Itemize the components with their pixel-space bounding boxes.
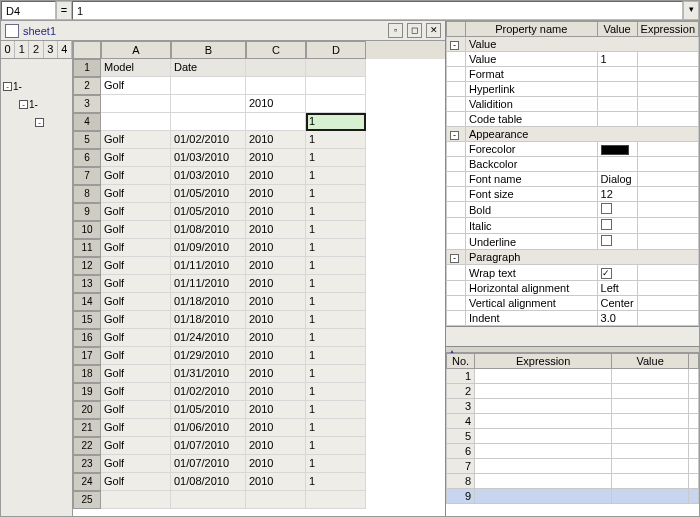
row-header[interactable]: 12: [73, 257, 101, 275]
cell[interactable]: Model: [101, 59, 171, 77]
cell[interactable]: 2010: [246, 167, 306, 185]
cell[interactable]: 1: [306, 383, 366, 401]
cell[interactable]: 1: [306, 329, 366, 347]
cell[interactable]: Golf: [101, 275, 171, 293]
row-header[interactable]: 21: [73, 419, 101, 437]
row-header[interactable]: 13: [73, 275, 101, 293]
cell[interactable]: 2010: [246, 383, 306, 401]
cell[interactable]: [171, 491, 246, 509]
cell[interactable]: 2010: [246, 473, 306, 491]
cell[interactable]: 1: [306, 455, 366, 473]
cell[interactable]: 01/08/2010: [171, 221, 246, 239]
prop-fontsize[interactable]: 12: [597, 187, 637, 202]
cell[interactable]: [171, 113, 246, 131]
expr-cell[interactable]: [475, 444, 612, 459]
cell[interactable]: [101, 95, 171, 113]
row-header[interactable]: 17: [73, 347, 101, 365]
outline-header[interactable]: 01234: [1, 41, 72, 59]
maximize-icon[interactable]: ◻: [407, 23, 422, 38]
cell[interactable]: 1: [306, 221, 366, 239]
cell[interactable]: Golf: [101, 419, 171, 437]
cell[interactable]: 01/29/2010: [171, 347, 246, 365]
cell[interactable]: 1: [306, 239, 366, 257]
cell[interactable]: 01/08/2010: [171, 473, 246, 491]
cell[interactable]: 01/03/2010: [171, 149, 246, 167]
outline-collapse-icon[interactable]: -: [3, 82, 12, 91]
prop-backcolor[interactable]: [597, 157, 637, 172]
expr-cell[interactable]: [475, 414, 612, 429]
prop-validation[interactable]: [597, 97, 637, 112]
close-icon[interactable]: ✕: [426, 23, 441, 38]
cell[interactable]: Golf: [101, 455, 171, 473]
cell[interactable]: 1: [306, 365, 366, 383]
cell[interactable]: 1: [306, 473, 366, 491]
row-header[interactable]: 25: [73, 491, 101, 509]
row-header[interactable]: 19: [73, 383, 101, 401]
prop-wrap[interactable]: ✓: [597, 265, 637, 281]
checkbox-icon[interactable]: [601, 219, 612, 230]
cell[interactable]: 01/11/2010: [171, 275, 246, 293]
cell[interactable]: [306, 59, 366, 77]
cell[interactable]: [246, 77, 306, 95]
row-header[interactable]: 15: [73, 311, 101, 329]
cell[interactable]: 01/02/2010: [171, 131, 246, 149]
cell[interactable]: Golf: [101, 293, 171, 311]
cell[interactable]: 01/02/2010: [171, 383, 246, 401]
expr-cell[interactable]: [475, 429, 612, 444]
cell[interactable]: [306, 491, 366, 509]
cell[interactable]: 01/18/2010: [171, 311, 246, 329]
cell[interactable]: 1: [306, 347, 366, 365]
row-header[interactable]: 20: [73, 401, 101, 419]
cell[interactable]: 2010: [246, 329, 306, 347]
checkbox-icon[interactable]: [601, 235, 612, 246]
row-header[interactable]: 14: [73, 293, 101, 311]
col-header-B[interactable]: B: [171, 41, 246, 59]
cell[interactable]: 01/24/2010: [171, 329, 246, 347]
cell[interactable]: 01/05/2010: [171, 203, 246, 221]
cell[interactable]: 1: [306, 113, 366, 131]
row-header[interactable]: 16: [73, 329, 101, 347]
cell[interactable]: 2010: [246, 221, 306, 239]
row-header[interactable]: 1: [73, 59, 101, 77]
cell[interactable]: 1: [306, 257, 366, 275]
col-header-A[interactable]: A: [101, 41, 171, 59]
row-header[interactable]: 8: [73, 185, 101, 203]
cell[interactable]: 1: [306, 275, 366, 293]
prop-indent[interactable]: 3.0: [597, 311, 637, 326]
expr-value[interactable]: [612, 399, 689, 414]
cell[interactable]: 2010: [246, 149, 306, 167]
expr-value[interactable]: [612, 489, 689, 504]
cell[interactable]: [306, 77, 366, 95]
cell[interactable]: Golf: [101, 203, 171, 221]
row-header[interactable]: 5: [73, 131, 101, 149]
cell[interactable]: 2010: [246, 131, 306, 149]
cell[interactable]: 2010: [246, 419, 306, 437]
collapse-icon[interactable]: -: [450, 131, 459, 140]
cell[interactable]: Golf: [101, 311, 171, 329]
cell[interactable]: 01/05/2010: [171, 401, 246, 419]
row-header[interactable]: 2: [73, 77, 101, 95]
prop-format[interactable]: [597, 67, 637, 82]
expr-value[interactable]: [612, 429, 689, 444]
prop-bold[interactable]: [597, 202, 637, 218]
prop-hyperlink[interactable]: [597, 82, 637, 97]
cell[interactable]: Golf: [101, 221, 171, 239]
checkbox-icon[interactable]: [601, 203, 612, 214]
cell[interactable]: 2010: [246, 347, 306, 365]
cell[interactable]: [246, 491, 306, 509]
cell[interactable]: [171, 95, 246, 113]
cell[interactable]: 1: [306, 149, 366, 167]
expr-value[interactable]: [612, 474, 689, 489]
cell[interactable]: Golf: [101, 239, 171, 257]
cell[interactable]: 2010: [246, 293, 306, 311]
expr-cell[interactable]: [475, 459, 612, 474]
cell[interactable]: 2010: [246, 401, 306, 419]
row-header[interactable]: 24: [73, 473, 101, 491]
cell[interactable]: Golf: [101, 185, 171, 203]
row-header[interactable]: 6: [73, 149, 101, 167]
collapse-icon[interactable]: -: [450, 254, 459, 263]
expr-value[interactable]: [612, 459, 689, 474]
expr-cell[interactable]: [475, 474, 612, 489]
cell[interactable]: [306, 95, 366, 113]
cell[interactable]: 2010: [246, 275, 306, 293]
